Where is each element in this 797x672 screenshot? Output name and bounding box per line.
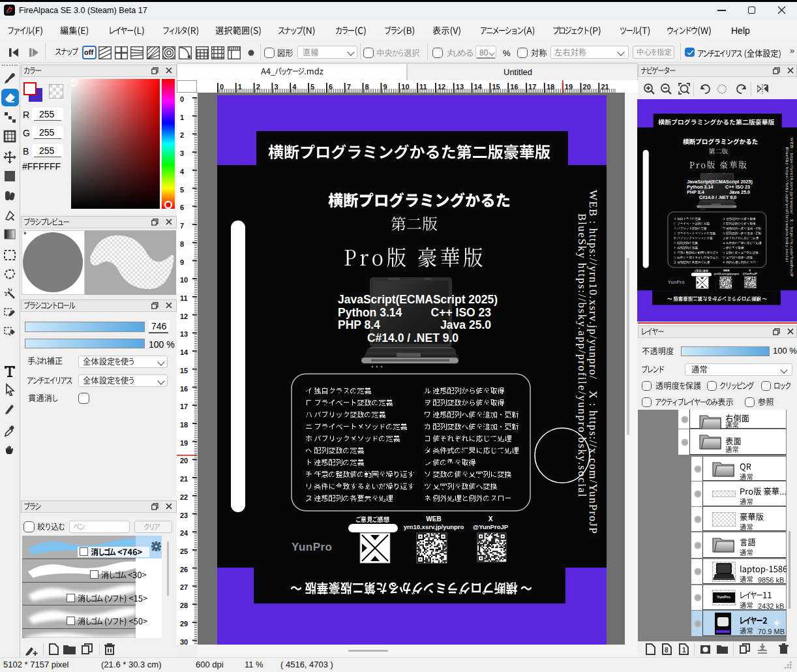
svg-text:11: 11 <box>180 294 188 302</box>
svg-text:9: 9 <box>383 83 387 91</box>
svg-text:17: 17 <box>180 403 188 410</box>
svg-text:7: 7 <box>347 83 351 91</box>
svg-text:10: 10 <box>180 276 188 284</box>
svg-text:8: 8 <box>665 647 669 654</box>
svg-text:4: 4 <box>180 168 185 176</box>
svg-text:0: 0 <box>180 95 184 103</box>
svg-text:25: 25 <box>180 547 188 555</box>
svg-text:1: 1 <box>682 647 686 654</box>
svg-text:7: 7 <box>180 222 184 230</box>
svg-text:8: 8 <box>180 240 184 248</box>
svg-text:12: 12 <box>180 313 188 320</box>
svg-text:28: 28 <box>180 602 188 609</box>
svg-text:30: 30 <box>180 638 188 645</box>
svg-text:1: 1 <box>238 83 242 91</box>
svg-text:6: 6 <box>329 83 333 91</box>
svg-text:0: 0 <box>220 83 224 91</box>
svg-text:5: 5 <box>180 186 184 194</box>
svg-text:2: 2 <box>256 83 260 91</box>
svg-text:5: 5 <box>310 83 314 91</box>
svg-text:21: 21 <box>180 475 188 483</box>
svg-text:14: 14 <box>180 348 188 356</box>
svg-text:2: 2 <box>180 131 184 139</box>
svg-text:23: 23 <box>180 512 188 519</box>
svg-text:19: 19 <box>180 439 188 447</box>
svg-text:4: 4 <box>292 83 297 91</box>
svg-text:22: 22 <box>180 493 188 501</box>
svg-text:20: 20 <box>180 457 188 465</box>
svg-text:3: 3 <box>275 83 278 91</box>
svg-text:24: 24 <box>180 529 188 537</box>
svg-text:27: 27 <box>180 583 188 591</box>
svg-text:15: 15 <box>180 367 188 374</box>
svg-text:16: 16 <box>180 385 188 393</box>
svg-text:13: 13 <box>180 330 188 338</box>
svg-text:29: 29 <box>180 620 188 628</box>
svg-text:1: 1 <box>180 114 184 121</box>
svg-text:18: 18 <box>180 421 188 429</box>
svg-text:26: 26 <box>180 566 188 573</box>
svg-text:8: 8 <box>365 83 369 91</box>
svg-text:9: 9 <box>180 258 184 266</box>
svg-text:3: 3 <box>180 149 184 157</box>
svg-text:6: 6 <box>180 204 184 211</box>
